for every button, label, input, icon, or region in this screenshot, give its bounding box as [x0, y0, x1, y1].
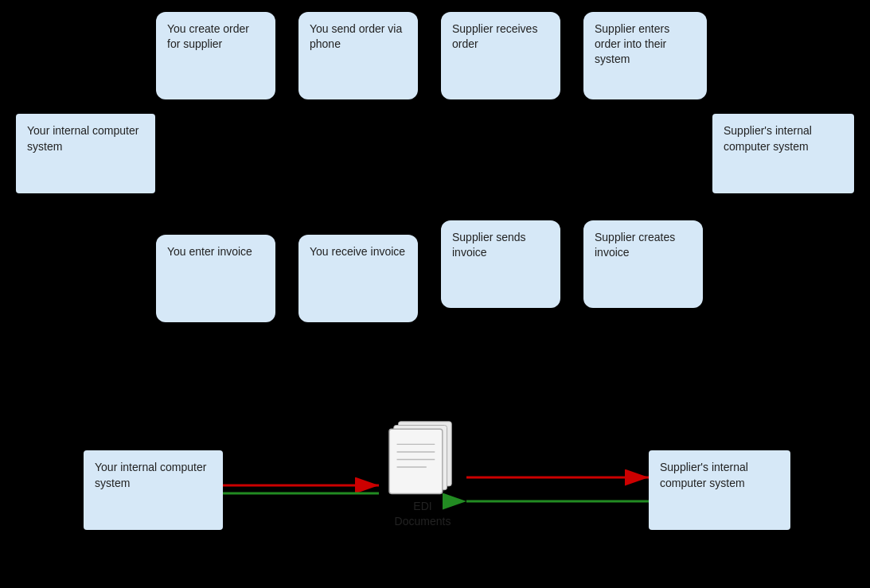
supplier-sends-invoice-label: Supplier sends invoice	[452, 231, 526, 259]
create-order-box: You create order for supplier	[156, 12, 275, 99]
supplier-system-top-box: Supplier's internal computer system	[712, 114, 854, 193]
your-system-edi-label: Your internal computer system	[95, 461, 206, 489]
supplier-system-top-label: Supplier's internal computer system	[724, 124, 812, 153]
send-phone-label: You send order via phone	[310, 22, 402, 50]
edi-documents-icon	[383, 418, 462, 497]
your-system-top-box: Your internal computer system	[16, 114, 155, 193]
supplier-system-edi-label: Supplier's internal computer system	[660, 461, 748, 489]
send-phone-box: You send order via phone	[298, 12, 418, 99]
your-system-edi-box: Your internal computer system	[84, 450, 223, 530]
supplier-receives-label: Supplier receives order	[452, 22, 537, 50]
supplier-creates-invoice-box: Supplier creates invoice	[583, 220, 703, 308]
enter-invoice-label: You enter invoice	[167, 245, 252, 258]
enter-invoice-box: You enter invoice	[156, 235, 275, 322]
receive-invoice-label: You receive invoice	[310, 245, 405, 258]
receive-invoice-box: You receive invoice	[298, 235, 418, 322]
supplier-sends-invoice-box: Supplier sends invoice	[441, 220, 560, 308]
edi-documents-container: EDIDocuments	[379, 418, 466, 529]
supplier-enters-label: Supplier enters order into their system	[595, 22, 669, 65]
svg-rect-4	[389, 429, 443, 493]
create-order-label: You create order for supplier	[167, 22, 249, 50]
your-system-top-label: Your internal computer system	[27, 124, 138, 153]
edi-label: EDIDocuments	[395, 499, 451, 529]
supplier-receives-box: Supplier receives order	[441, 12, 560, 99]
supplier-enters-box: Supplier enters order into their system	[583, 12, 707, 99]
supplier-system-edi-box: Supplier's internal computer system	[649, 450, 790, 530]
supplier-creates-invoice-label: Supplier creates invoice	[595, 231, 675, 259]
diagram-container: You create order for supplier You send o…	[0, 0, 870, 588]
